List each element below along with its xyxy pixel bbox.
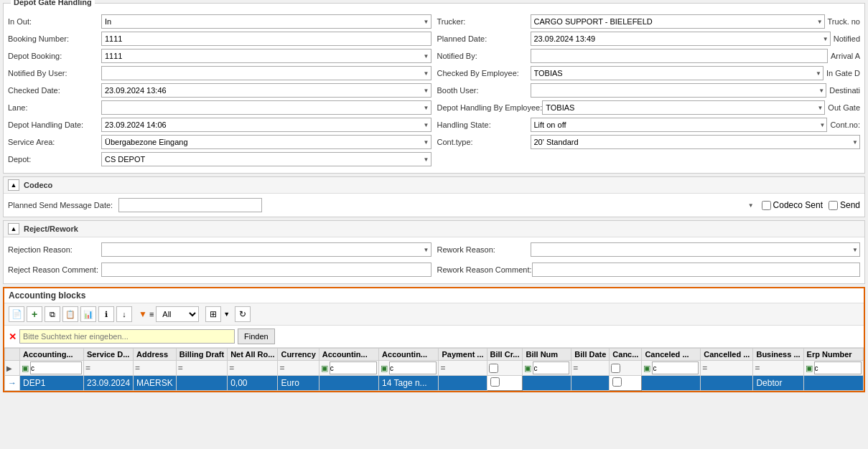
refresh-button[interactable]: ↻ [235,306,251,322]
down-button[interactable]: ↓ [116,306,132,322]
handling-state-select[interactable]: Lift on off [531,118,828,132]
in-out-select[interactable]: In [101,14,431,29]
filter-address[interactable]: = [134,361,177,376]
cell-bill-cr[interactable] [487,376,523,391]
filter-accountin1-input[interactable] [330,361,377,374]
filter-bill-cr[interactable] [487,361,523,376]
filter-bill-num[interactable]: ▣ [523,361,571,376]
col-header-cancelled[interactable]: Cancelled ... [701,349,753,361]
booking-number-input[interactable]: 1111 [101,32,431,46]
filter-cancelled[interactable]: = [701,361,753,376]
col-header-bill-num[interactable]: Bill Num [523,349,571,361]
filter-currency[interactable]: = [278,361,319,376]
col-header-address[interactable]: Address [134,349,177,361]
paste-button[interactable]: 📋 [62,306,78,322]
filter-accounting[interactable]: ▣ [20,361,84,376]
filter-business[interactable]: = [753,361,803,376]
new-record-button[interactable]: 📄 [9,306,24,322]
filter-bill-date[interactable]: = [571,361,610,376]
depot-select[interactable]: CS DEPOT [101,152,431,166]
col-header-canceled[interactable]: Canceled ... [642,349,701,361]
search-button[interactable]: Finden [238,329,275,344]
col-header-erp-number[interactable]: Erp Number [803,349,863,361]
col-header-bill-cr[interactable]: Bill Cr... [487,349,523,361]
cell-canc-checkbox[interactable] [612,377,622,387]
checked-by-employee-select[interactable]: TOBIAS [531,66,823,80]
rework-reason-select[interactable] [531,242,861,257]
filter-accountin2[interactable]: ▣ [379,361,439,376]
rejection-reason-select[interactable] [101,242,431,257]
cell-service-d[interactable]: 23.09.2024 [84,376,134,391]
filter-select[interactable]: All [156,306,199,322]
depot-handling-by-employee-select[interactable]: TOBIAS [542,100,825,115]
filter-accountin2-input[interactable] [389,361,437,374]
add-button[interactable]: + [27,306,42,322]
col-header-bill-date[interactable]: Bill Date [571,349,610,361]
depot-handling-date-select[interactable]: 23.09.2024 14:06 [101,118,431,132]
col-header-accountin1[interactable]: Accountin... [319,349,378,361]
reject-rework-collapse-btn[interactable]: ▲ [8,223,19,235]
grid-dropdown-arrow[interactable]: ▼ [223,311,230,318]
col-header-business[interactable]: Business ... [753,349,803,361]
table-row[interactable]: → DEP1 23.09.2024 MAERSK 0,00 Euro 14 Ta… [5,376,864,391]
depot-booking-select[interactable]: 1111 [101,49,431,63]
col-header-currency[interactable]: Currency [278,349,319,361]
trucker-select[interactable]: CARGO SUPPORT - BIELEFELD [531,14,825,29]
cell-currency[interactable]: Euro [278,376,319,391]
filter-erp-input[interactable] [814,361,862,374]
cell-erp-number[interactable] [803,376,863,391]
cell-cancelled[interactable] [701,376,753,391]
send-checkbox[interactable] [829,201,838,210]
filter-bill-num-input[interactable] [533,361,569,374]
search-input[interactable] [19,329,235,344]
cell-accountin2[interactable]: 14 Tage n... [379,376,439,391]
notified-by-user-select[interactable] [101,66,431,80]
filter-net-all-ro[interactable]: = [228,361,278,376]
col-header-accounting[interactable]: Accounting... [20,349,84,361]
grid-layout-button[interactable]: ⊞ [205,306,221,322]
codeco-collapse-btn[interactable]: ▲ [8,179,19,191]
filter-canc-checkbox[interactable] [611,364,620,373]
codeco-sent-checkbox[interactable] [762,201,771,210]
cell-canceled[interactable] [642,376,701,391]
cell-accounting[interactable]: DEP1 [20,376,84,391]
cell-bill-num[interactable] [523,376,571,391]
lane-select[interactable] [101,100,431,115]
filter-payment[interactable]: = [439,361,487,376]
cell-payment[interactable] [439,376,487,391]
cell-address[interactable]: MAERSK [134,376,177,391]
cell-net-all-ro[interactable]: 0,00 [228,376,278,391]
cell-business[interactable]: Debtor [753,376,803,391]
copy-button[interactable]: ⧉ [45,306,60,322]
filter-accounting-input[interactable] [30,361,82,374]
cell-accountin1[interactable] [319,376,378,391]
filter-billing-draft[interactable]: = [176,361,227,376]
rework-comment-input[interactable] [532,263,860,277]
col-header-canc[interactable]: Canc... [610,349,642,361]
clear-search-button[interactable]: ✕ [9,331,17,342]
booth-user-select[interactable] [531,83,827,98]
filter-service-d[interactable]: = [84,361,134,376]
cell-bill-cr-checkbox[interactable] [490,377,500,387]
col-header-billing-draft[interactable]: Billing Draft [176,349,227,361]
notified-by-input[interactable] [531,49,829,63]
chart-button[interactable]: 📊 [80,306,96,322]
filter-bill-cr-checkbox[interactable] [489,364,498,373]
cell-bill-date[interactable] [571,376,610,391]
planned-send-select[interactable] [118,198,262,212]
reject-comment-input[interactable] [101,263,431,277]
filter-canc[interactable] [610,361,642,376]
info-button[interactable]: ℹ [98,306,114,322]
filter-canceled[interactable]: ▣ [642,361,701,376]
filter-canceled-input[interactable] [652,361,699,374]
filter-accountin1[interactable]: ▣ [319,361,378,376]
checked-date-select[interactable]: 23.09.2024 13:46 [101,83,431,98]
service-area-select[interactable]: Übergabezone Eingang [101,135,431,149]
col-header-payment[interactable]: Payment ... [439,349,487,361]
cell-canc[interactable] [610,376,642,391]
cont-type-select[interactable]: 20' Standard [531,135,861,149]
planned-date-select[interactable]: 23.09.2024 13:49 [531,32,831,46]
col-header-accountin2[interactable]: Accountin... [379,349,439,361]
col-header-service-d[interactable]: Service D... [84,349,134,361]
col-header-net-all-ro[interactable]: Net All Ro... [228,349,278,361]
